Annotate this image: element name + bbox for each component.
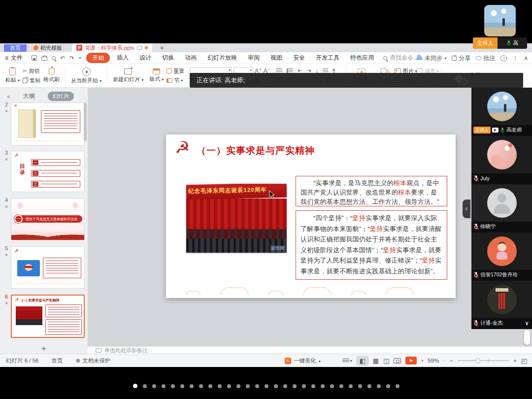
pager-dot[interactable] [386, 384, 390, 388]
pager-dot[interactable] [330, 384, 334, 388]
add-slide-button[interactable]: + [41, 344, 46, 354]
play-from-current-button[interactable]: 从当前开始 ▾ [68, 67, 104, 84]
fit-window-button[interactable]: ◰ [521, 357, 527, 365]
sync-status[interactable]: 未同步 ▾ [416, 54, 446, 63]
section-button[interactable]: 节▾ [166, 77, 184, 84]
zoom-slider-thumb[interactable] [475, 358, 480, 363]
pager-dot[interactable] [377, 384, 381, 388]
sidebar-scrollbar[interactable] [84, 102, 87, 141]
numbering-button[interactable] [287, 68, 293, 73]
pager-dot[interactable] [274, 384, 278, 388]
help-button[interactable]: ? [500, 55, 507, 62]
new-tab-button[interactable]: + [160, 44, 164, 51]
share-button[interactable]: 分享 [452, 54, 470, 63]
floating-video-tile[interactable]: 主持人 高 [473, 5, 527, 49]
pager-dot[interactable] [143, 384, 147, 388]
print-icon[interactable] [41, 57, 47, 61]
zoom-slider[interactable] [458, 360, 509, 361]
pager-dot[interactable] [265, 384, 268, 388]
pager-dot[interactable] [199, 384, 203, 388]
pager-dot[interactable] [208, 384, 212, 388]
display-scale-button[interactable]: ▾ [342, 359, 352, 363]
pager-dot[interactable] [152, 384, 156, 388]
pager-dot[interactable] [227, 384, 231, 388]
tab-outline[interactable]: 大纲 [23, 92, 35, 100]
command-search[interactable]: 查找命令... [383, 54, 418, 62]
participant-tile[interactable]: July [471, 136, 532, 183]
participant-tile[interactable]: 徐晓宁 [471, 184, 532, 232]
reading-view-button[interactable]: ◫ [383, 357, 389, 365]
play-options-icon[interactable]: ▾ [421, 359, 423, 363]
pager-dot[interactable] [255, 384, 259, 388]
pager-dot[interactable] [358, 384, 362, 388]
tab-review[interactable]: 审阅 [242, 53, 265, 63]
collapse-participants-icon[interactable]: ∨ [525, 320, 530, 327]
tab-slideshow[interactable]: 幻灯片放映 [202, 53, 242, 63]
save-icon[interactable] [32, 55, 37, 61]
tab-start[interactable]: 开始 [86, 53, 110, 63]
comment-button[interactable]: 批注 [476, 54, 495, 63]
tab-slides[interactable]: 幻灯片 [48, 92, 74, 101]
tab-devtools[interactable]: 开发工具 [310, 53, 345, 63]
comment-bubble-icon[interactable] [137, 46, 142, 50]
tab-security[interactable]: 安全 [288, 53, 310, 63]
redo-icon[interactable]: ↷ [69, 55, 74, 62]
pager-dot[interactable] [367, 384, 371, 388]
participant-tile[interactable]: 计通-金杰 ∨ [471, 281, 532, 328]
reset-button[interactable]: 重置 [166, 67, 184, 75]
tab-docer-templates[interactable]: 稻壳模板 [33, 44, 62, 52]
collapse-ribbon-button[interactable]: ∧ [524, 55, 528, 62]
notes-bar[interactable]: 单击此处添加备注 [88, 346, 532, 354]
tab-document[interactable]: P 党课：科学体系.pptx [72, 43, 152, 52]
customize-qat-icon[interactable]: ▾ [79, 56, 81, 60]
pager-dot[interactable] [162, 384, 166, 388]
status-home-button[interactable]: 首页 [51, 357, 63, 365]
canvas-scrollbar[interactable] [524, 330, 530, 345]
zoom-level[interactable]: 59% [428, 358, 439, 364]
current-slide[interactable]: ☭ （一）实事求是与严实精神 纪念毛泽东同志诞辰120周年 新华网 “实事求是，… [166, 134, 456, 298]
normal-view-button[interactable]: ◧ [357, 356, 368, 366]
slide-thumbnail-4[interactable]: 一 坚持了马克思主义世界观和方法论 [11, 198, 85, 240]
slide-thumbnail-6-current[interactable]: ☭ (一) 实事求是与严实精神 [11, 295, 85, 338]
slide-thumbnail-3[interactable]: ☭ 目 录 一 二 三 [11, 151, 85, 192]
file-menu[interactable]: ≡ 文件 [0, 54, 28, 62]
tab-special-apps[interactable]: 特色应用 [345, 53, 379, 63]
zoom-in-button[interactable]: + [513, 358, 517, 364]
pager-dot[interactable] [302, 384, 306, 388]
tab-animation[interactable]: 动画 [179, 53, 202, 63]
record-view-button[interactable] [394, 358, 401, 364]
beautify-button[interactable]: ◇ 一键美化 ▴ [285, 357, 321, 365]
slideshow-play-button[interactable]: ▶ [405, 357, 417, 365]
pager-dot[interactable] [133, 384, 137, 388]
copy-button[interactable]: 复制 [23, 77, 40, 84]
pager-dot[interactable] [349, 384, 353, 388]
tab-design[interactable]: 设计 [134, 53, 157, 63]
tab-home[interactable]: 首页 [4, 44, 27, 52]
pager-dot[interactable] [321, 384, 325, 388]
print-preview-icon[interactable] [52, 56, 56, 60]
doc-protection-status[interactable]: ⊗ 文档未保护 [75, 357, 110, 365]
pager-dot[interactable] [190, 384, 194, 388]
pager-dot[interactable] [171, 384, 175, 388]
slide-thumbnail-2[interactable]: ☭ [11, 102, 85, 146]
paste-button[interactable]: 粘贴 ▾ [2, 67, 23, 84]
undo-icon[interactable]: ↶ [60, 55, 65, 62]
pager-dot[interactable] [339, 384, 343, 388]
text-direction-button[interactable] [323, 68, 328, 73]
pager-dot[interactable] [180, 384, 184, 388]
collapse-panel-button[interactable]: « [7, 93, 10, 100]
more-button[interactable]: ⋮ [512, 55, 518, 62]
cut-button[interactable]: ✂剪切 [23, 67, 40, 75]
participant-tile[interactable]: 信管1702曾丹玲 [471, 233, 532, 280]
new-slide-button[interactable]: 新建幻灯片 ▾ [110, 68, 146, 83]
pager-dot[interactable] [396, 384, 399, 388]
pager-dot[interactable] [311, 384, 315, 388]
bullets-button[interactable] [276, 68, 282, 73]
format-painter-button[interactable]: 格式刷 [40, 68, 63, 83]
tab-insert[interactable]: 插入 [111, 53, 134, 63]
expand-panel-handle[interactable]: ‹ [463, 200, 470, 218]
pager-dot[interactable] [246, 384, 250, 388]
tab-view[interactable]: 视图 [265, 53, 288, 63]
pager-dot[interactable] [218, 384, 222, 388]
zoom-out-button[interactable]: − [450, 358, 453, 364]
